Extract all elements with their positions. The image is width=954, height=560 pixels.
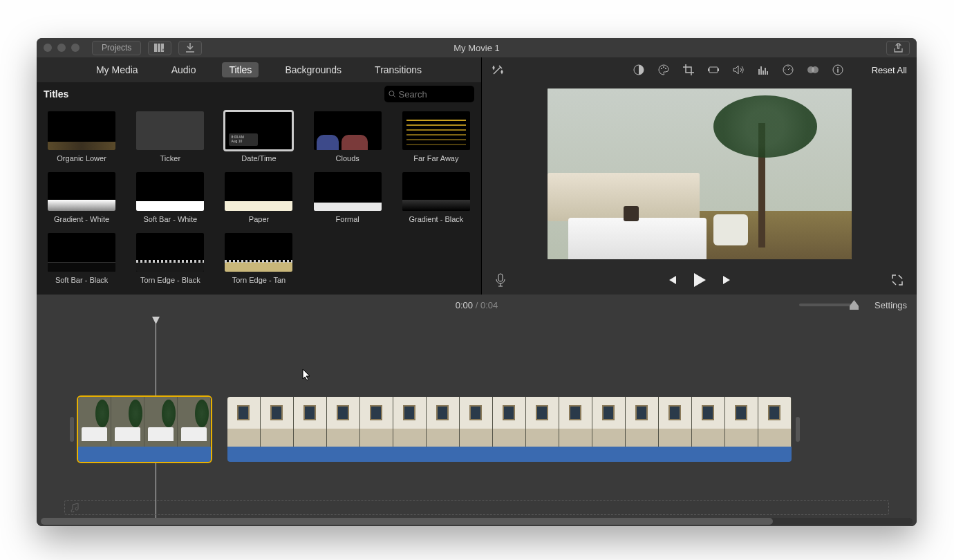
clip-handle-right[interactable] bbox=[796, 417, 800, 442]
timeline[interactable] bbox=[37, 315, 917, 526]
next-button[interactable] bbox=[722, 274, 733, 286]
title-torn-edge-black[interactable]: Torn Edge - Black bbox=[132, 233, 208, 284]
title-label: Clouds bbox=[336, 154, 359, 162]
viewer-toolbar: Reset All bbox=[482, 57, 917, 82]
audio-strip-1[interactable] bbox=[78, 447, 211, 462]
zoom-slider[interactable] bbox=[799, 304, 854, 306]
reset-all-button[interactable]: Reset All bbox=[872, 65, 907, 75]
svg-rect-1 bbox=[158, 44, 160, 52]
speed-icon[interactable] bbox=[782, 64, 794, 76]
svg-rect-10 bbox=[718, 68, 719, 71]
palette-icon[interactable] bbox=[657, 64, 670, 76]
tab-transitions[interactable]: Transitions bbox=[368, 62, 429, 77]
svg-rect-0 bbox=[154, 44, 157, 52]
prev-button[interactable] bbox=[666, 274, 677, 286]
title-label: Far Far Away bbox=[413, 154, 458, 162]
close-dot[interactable] bbox=[44, 44, 52, 52]
app-window: Projects My Movie 1 My MediaAudioTitlesB… bbox=[37, 38, 917, 526]
music-track[interactable] bbox=[64, 500, 889, 515]
title-clouds[interactable]: Clouds bbox=[310, 111, 386, 162]
title-label: Organic Lower bbox=[57, 154, 106, 162]
media-browser: My MediaAudioTitlesBackgroundsTransition… bbox=[37, 57, 482, 295]
svg-point-15 bbox=[837, 67, 839, 68]
title-torn-edge-tan[interactable]: Torn Edge - Tan bbox=[221, 233, 297, 284]
title-label: Ticker bbox=[160, 154, 181, 162]
title-label: Paper bbox=[249, 215, 269, 223]
title-paper[interactable]: Paper bbox=[221, 172, 297, 223]
title-soft-bar-white[interactable]: Soft Bar - White bbox=[132, 172, 208, 223]
title-far-far-away[interactable]: Far Far Away bbox=[398, 111, 474, 162]
share-button[interactable] bbox=[886, 41, 910, 55]
search-input[interactable] bbox=[399, 89, 470, 100]
stabilize-icon[interactable] bbox=[707, 64, 720, 76]
contrast-icon[interactable] bbox=[633, 64, 645, 76]
svg-point-5 bbox=[661, 68, 662, 69]
info-icon[interactable] bbox=[832, 64, 844, 76]
settings-button[interactable]: Settings bbox=[874, 300, 907, 310]
title-label: Soft Bar - Black bbox=[55, 276, 108, 284]
svg-rect-2 bbox=[161, 44, 164, 52]
preview-image[interactable] bbox=[548, 88, 852, 259]
viewer-panel: Reset All bbox=[482, 57, 917, 295]
titles-grid: Organic LowerTicker8:00 AMAug 10Date/Tim… bbox=[37, 106, 481, 295]
tab-backgrounds[interactable]: Backgrounds bbox=[278, 62, 348, 77]
title-label: Gradient - White bbox=[54, 215, 109, 223]
enhance-icon[interactable] bbox=[492, 64, 504, 76]
tab-audio[interactable]: Audio bbox=[165, 62, 203, 77]
svg-point-6 bbox=[663, 66, 664, 68]
voiceover-icon[interactable] bbox=[496, 273, 505, 287]
search-field[interactable] bbox=[384, 86, 474, 102]
preview-area bbox=[482, 82, 917, 265]
title-date-time[interactable]: 8:00 AMAug 10Date/Time bbox=[221, 111, 297, 162]
title-formal[interactable]: Formal bbox=[310, 172, 386, 223]
title-label: Formal bbox=[336, 215, 359, 223]
clip-handle-left[interactable] bbox=[70, 417, 74, 442]
title-ticker[interactable]: Ticker bbox=[132, 111, 208, 162]
time-display: 0:00 / 0:04 bbox=[456, 300, 498, 310]
title-soft-bar-black[interactable]: Soft Bar - Black bbox=[44, 233, 120, 284]
svg-point-13 bbox=[812, 66, 819, 73]
timeline-scrollbar[interactable] bbox=[41, 518, 913, 525]
svg-point-7 bbox=[665, 68, 666, 69]
fullscreen-icon[interactable] bbox=[892, 274, 903, 286]
svg-point-3 bbox=[389, 91, 394, 96]
title-label: Soft Bar - White bbox=[143, 215, 197, 223]
svg-rect-8 bbox=[709, 67, 718, 73]
tab-my-media[interactable]: My Media bbox=[89, 62, 145, 77]
svg-rect-9 bbox=[708, 68, 709, 71]
browser-tabs: My MediaAudioTitlesBackgroundsTransition… bbox=[37, 57, 481, 82]
title-gradient-white[interactable]: Gradient - White bbox=[44, 172, 120, 223]
search-icon bbox=[389, 90, 396, 98]
title-label: Torn Edge - Black bbox=[140, 276, 200, 284]
audio-strip-2[interactable] bbox=[227, 447, 792, 462]
clip-2[interactable] bbox=[227, 397, 792, 462]
minimize-dot[interactable] bbox=[57, 44, 66, 52]
time-bar: 0:00 / 0:04 Settings bbox=[37, 295, 917, 315]
audio-icon[interactable] bbox=[732, 64, 745, 76]
title-label: Date/Time bbox=[241, 154, 276, 162]
crop-icon[interactable] bbox=[682, 64, 695, 76]
play-button[interactable] bbox=[693, 272, 707, 288]
transport-bar bbox=[482, 265, 917, 295]
title-gradient-black[interactable]: Gradient - Black bbox=[398, 172, 474, 223]
title-organic-lower[interactable]: Organic Lower bbox=[44, 111, 120, 162]
zoom-dot[interactable] bbox=[71, 44, 80, 52]
library-view-button[interactable] bbox=[148, 41, 171, 55]
import-button[interactable] bbox=[178, 41, 202, 55]
title-label: Gradient - Black bbox=[409, 215, 463, 223]
svg-rect-16 bbox=[498, 274, 503, 281]
browser-heading: Titles bbox=[44, 88, 68, 100]
projects-button[interactable]: Projects bbox=[92, 41, 141, 55]
titlebar: Projects My Movie 1 bbox=[37, 38, 917, 57]
music-icon bbox=[71, 503, 80, 512]
clip-1[interactable] bbox=[78, 397, 211, 462]
window-controls bbox=[44, 44, 80, 52]
color-shape-icon[interactable] bbox=[807, 64, 819, 76]
equalizer-icon[interactable] bbox=[757, 64, 769, 76]
tab-titles[interactable]: Titles bbox=[222, 62, 259, 77]
title-label: Torn Edge - Tan bbox=[232, 276, 286, 284]
